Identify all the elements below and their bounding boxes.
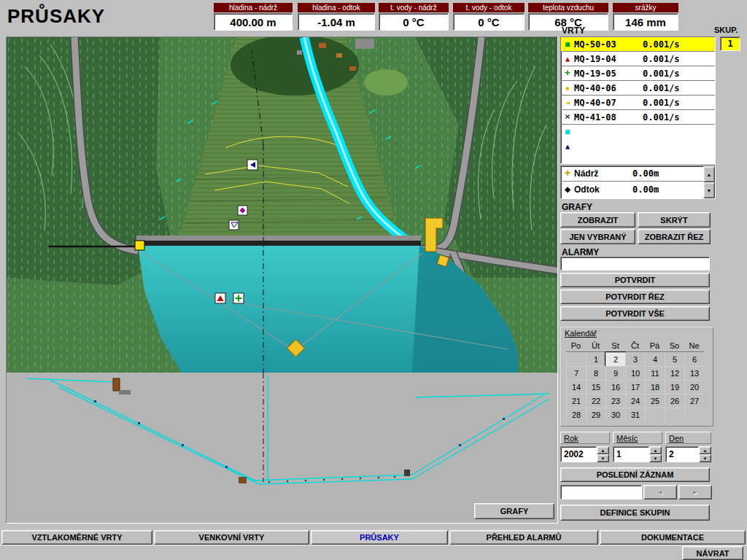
calendar-day[interactable]: 26 <box>665 394 684 408</box>
left-arrow-icon: ◄ <box>657 489 664 496</box>
calendar-day[interactable]: 10 <box>625 366 645 380</box>
calendar-day[interactable]: 23 <box>605 394 625 408</box>
day-down-button[interactable]: ▼ <box>699 454 711 462</box>
well-value: 0.001/s <box>643 69 715 79</box>
group-next-button[interactable]: ► <box>678 485 712 499</box>
year-up-button[interactable]: ▲ <box>597 446 609 454</box>
group-prev-button[interactable]: ◄ <box>643 485 677 499</box>
calendar-day-selected[interactable]: 2 <box>605 352 625 366</box>
well-row[interactable]: MQ-19-05 0.001/s <box>561 66 715 81</box>
confirm-all-button[interactable]: POTVRDIT VŠE <box>560 306 710 321</box>
define-groups-button[interactable]: DEFINICE SKUPIN <box>560 505 710 521</box>
well-row[interactable]: MQ-19-04 0.001/s <box>561 52 715 66</box>
last-record-button[interactable]: POSLEDNÍ ZÁZNAM <box>560 467 710 482</box>
confirm-section-button[interactable]: POTVRDIT ŘEZ <box>560 289 710 304</box>
calendar-day[interactable]: 30 <box>605 408 625 421</box>
year-down-button[interactable]: ▼ <box>597 454 609 462</box>
day-header: So <box>665 341 684 352</box>
calendar-day[interactable]: 6 <box>684 352 704 366</box>
calendar-day[interactable]: 9 <box>605 366 625 380</box>
day-up-button[interactable]: ▲ <box>699 446 711 454</box>
calendar-day[interactable]: 8 <box>586 366 605 380</box>
well-marker-down-triangle[interactable] <box>229 220 239 230</box>
well-row[interactable]: MQ-40-07 0.001/s <box>561 96 715 110</box>
calendar-day[interactable]: 13 <box>684 366 704 380</box>
calendar-day[interactable]: 28 <box>566 408 586 421</box>
well-row[interactable] <box>561 139 715 154</box>
graphs-button[interactable]: GRAFY <box>474 503 554 519</box>
well-value: 0.001/s <box>643 112 715 122</box>
level-row[interactable]: Odtok 0.00m <box>561 182 703 197</box>
red-triangle-icon <box>561 52 574 66</box>
calendar-day[interactable]: 4 <box>645 352 665 366</box>
calendar-day[interactable]: 7 <box>566 366 586 380</box>
calendar-day[interactable]: 1 <box>586 352 605 366</box>
back-button[interactable]: NÁVRAT <box>682 546 743 560</box>
show-section-button[interactable]: ZOBRAZIT ŘEZ <box>638 229 711 244</box>
month-field[interactable]: 1 <box>613 446 649 462</box>
tab-vztlakomerne-vrty[interactable]: VZTLAKOMĚRNÉ VRTY <box>1 530 152 545</box>
calendar-day[interactable]: 20 <box>684 380 704 394</box>
metric-srazky: srážky 146 mm <box>613 3 678 31</box>
metric-value: -1.04 m <box>298 13 375 31</box>
calendar-day[interactable]: 3 <box>625 352 645 366</box>
well-marker-green-plus[interactable] <box>233 293 244 303</box>
hide-graphs-button[interactable]: SKRÝT <box>638 212 711 228</box>
scroll-up-button[interactable]: ▲ <box>703 166 715 182</box>
calendar-day[interactable]: 14 <box>566 380 586 394</box>
tab-dokumentace[interactable]: DOKUMENTACE <box>600 530 746 545</box>
calendar-day[interactable]: 22 <box>586 394 605 408</box>
calendar-day[interactable]: 15 <box>586 380 605 394</box>
calendar-day[interactable]: 11 <box>645 366 665 380</box>
well-row[interactable]: MQ-50-03 0.001/s <box>561 37 715 52</box>
calendar-day <box>665 408 684 421</box>
level-name: Nádrž <box>574 168 632 179</box>
confirm-button[interactable]: POTVRDIT <box>560 273 710 287</box>
calendar-day[interactable]: 21 <box>566 394 586 408</box>
metric-label: t. vody - nádrž <box>379 3 449 12</box>
day-header: Út <box>586 341 605 352</box>
calendar-day[interactable]: 16 <box>605 380 625 394</box>
year-field[interactable]: 2002 <box>560 446 597 462</box>
only-selected-button[interactable]: JEN VYBRANÝ <box>560 229 635 244</box>
calendar-day[interactable]: 25 <box>645 394 665 408</box>
well-row[interactable]: MQ-41-08 0.001/s <box>561 110 715 125</box>
calendar-day[interactable]: 19 <box>665 380 684 394</box>
metric-hladina-nadrz: hladina - nádrž 400.00 m <box>214 3 293 31</box>
day-field[interactable]: 2 <box>665 446 699 462</box>
terrain-map <box>7 37 558 373</box>
group-name-field[interactable] <box>560 485 642 499</box>
yellow-diamond-icon <box>561 82 574 95</box>
calendar-day[interactable]: 29 <box>586 408 605 421</box>
well-marker-diamond[interactable] <box>238 206 247 215</box>
tab-prusaky[interactable]: PRŮSAKY <box>311 530 448 545</box>
well-marker-red-triangle[interactable] <box>215 293 225 303</box>
well-marker-yellow-square[interactable] <box>135 241 144 250</box>
tab-prehled-alarmu[interactable]: PŘEHLED ALARMŮ <box>449 530 598 545</box>
month-down-button[interactable]: ▼ <box>649 454 662 462</box>
calendar-day[interactable]: 17 <box>625 380 645 394</box>
well-row[interactable]: MQ-40-06 0.001/s <box>561 81 715 96</box>
calendar-day[interactable]: 27 <box>684 394 704 408</box>
well-name: MQ-40-07 <box>574 98 643 108</box>
calendar-day[interactable]: 5 <box>665 352 684 366</box>
tab-venkovni-vrty[interactable]: VENKOVNÍ VRTY <box>154 530 309 545</box>
calendar-day[interactable]: 12 <box>665 366 684 380</box>
level-row[interactable]: Nádrž 0.00m <box>561 166 703 182</box>
level-value: 0.00m <box>632 168 703 179</box>
scroll-down-button[interactable]: ▼ <box>703 182 715 198</box>
calendar-day[interactable]: 24 <box>625 394 645 408</box>
calendar-day[interactable]: 18 <box>645 380 665 394</box>
calendar-title[interactable]: Kalendář <box>565 329 597 338</box>
well-marker-left-triangle[interactable] <box>247 160 258 170</box>
group-number-cell[interactable]: 1 <box>720 36 740 51</box>
wells-header-label: VRTY <box>562 26 585 36</box>
show-graphs-button[interactable]: ZOBRAZIT <box>560 212 635 228</box>
metric-value: 0 °C <box>379 13 449 31</box>
green-plus-icon <box>561 66 574 80</box>
calendar-day[interactable]: 31 <box>625 408 645 421</box>
well-row[interactable] <box>561 125 715 139</box>
month-up-button[interactable]: ▲ <box>649 446 662 454</box>
alarm-field[interactable] <box>560 257 710 271</box>
well-name: MQ-19-04 <box>574 54 643 64</box>
